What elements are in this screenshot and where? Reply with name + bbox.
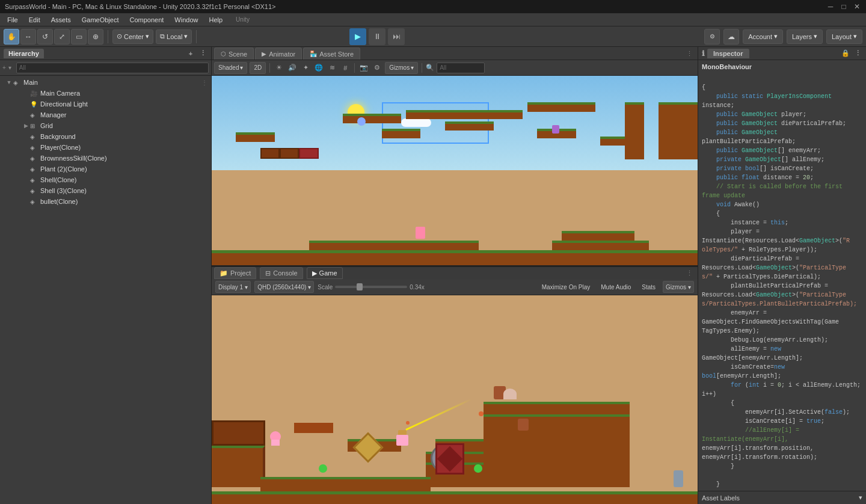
camera-icon-btn[interactable]: 📷 [358, 63, 369, 73]
project-tab-icon: 📁 [220, 269, 228, 277]
monobehaviour-title: MonoBehaviour [702, 63, 862, 72]
tree-item-player[interactable]: ◈ Player(Clone) [0, 142, 211, 153]
code-line-22: Debug.Log(enemyArr.Length); [702, 337, 828, 343]
menu-assets[interactable]: Assets [46, 15, 76, 25]
tree-item-directional-light[interactable]: 💡 Directional Light [0, 99, 211, 109]
scale-slider[interactable] [335, 286, 407, 288]
minimize-btn[interactable]: ─ [826, 2, 835, 11]
tree-item-bullet[interactable]: ◈ bullet(Clone) [0, 196, 211, 207]
code-line-25: isCanCreate=new bool[enemyArr.Length]; [702, 364, 788, 380]
viewport[interactable] [212, 76, 698, 265]
menu-edit[interactable]: Edit [24, 15, 45, 25]
tab-asset-store[interactable]: 🏪 Asset Store [303, 48, 360, 60]
game-bottom-plat [260, 477, 431, 491]
tool-multi[interactable]: ⊕ [88, 29, 103, 45]
inspector-tab[interactable]: Inspector [707, 49, 749, 58]
gizmos-btn[interactable]: Gizmos ▾ [385, 62, 418, 74]
transform-local[interactable]: ⧉ Local ▾ [156, 29, 192, 44]
code-line-20: enemyArr = [702, 310, 767, 316]
tool-rect[interactable]: ▭ [71, 29, 87, 45]
account-button[interactable]: Account ▾ [743, 29, 783, 44]
menu-window[interactable]: Window [170, 15, 203, 25]
hierarchy-add-btn[interactable]: + [186, 49, 195, 58]
pivot-icon: ⊙ [117, 32, 122, 40]
tab-console[interactable]: ⊟ Console [260, 267, 302, 279]
game-viewport[interactable] [212, 295, 698, 504]
close-btn[interactable]: ✕ [853, 2, 861, 11]
code-line-27: { [702, 400, 734, 407]
game-brick-left [212, 420, 265, 446]
tree-item-plant[interactable]: ◈ Plant (2)(Clone) [0, 164, 211, 174]
menu-help[interactable]: Help [204, 15, 227, 25]
tab-game[interactable]: ▶ Game [307, 267, 343, 279]
manager-icon: ◈ [30, 112, 38, 118]
menu-file[interactable]: File [2, 15, 23, 25]
tree-item-shell[interactable]: ◈ Shell(Clone) [0, 174, 211, 185]
fx-toggle[interactable]: ✦ [300, 63, 311, 73]
collab-btn[interactable]: ⚙ [704, 29, 720, 45]
tool-rotate[interactable]: ↺ [37, 29, 53, 45]
tree-item-shell3[interactable]: ◈ Shell (3)(Clone) [0, 185, 211, 196]
display-select[interactable]: Display 1 ▾ [215, 281, 251, 293]
code-line-1: { [702, 84, 705, 91]
platform-4 [382, 129, 421, 138]
camera-label: Main Camera [40, 90, 211, 97]
code-line-10: // Start is called before the first fram… [702, 183, 846, 199]
layers-button[interactable]: Layers ▾ [787, 29, 823, 44]
tree-item-grid[interactable]: ▶ ⊞ Grid [0, 120, 211, 131]
tree-item-main-camera[interactable]: 🎥 Main Camera [0, 88, 211, 99]
editor-tabs-more[interactable]: ⋮ [683, 48, 695, 60]
hierarchy-tab[interactable]: Hierarchy [4, 49, 44, 58]
maximize-on-play-btn[interactable]: Maximize On Play [538, 281, 594, 293]
tree-item-manager[interactable]: ◈ Manager [0, 109, 211, 120]
scene-search-input[interactable]: All [437, 63, 485, 73]
asset-labels-arrow[interactable]: ▾ [859, 494, 862, 502]
menu-gameobject[interactable]: GameObject [77, 15, 124, 25]
tree-item-main[interactable]: ▼ ◈ Main ⋮ [0, 77, 211, 88]
snail-enemy [503, 389, 517, 399]
settings-icon[interactable]: ⚙ [372, 63, 382, 73]
center-area: ⬡ Scene ▶ Animator 🏪 Asset Store ⋮ [212, 47, 698, 504]
audio-toggle[interactable]: 🔊 [287, 63, 298, 73]
main-menu[interactable]: ⋮ [200, 78, 209, 87]
transform-center[interactable]: ⊙ Center ▾ [112, 29, 153, 44]
grid-toggle[interactable]: # [340, 63, 351, 73]
skybox-toggle[interactable]: 🌐 [313, 63, 324, 73]
shaded-btn[interactable]: Shaded ▾ [214, 62, 247, 74]
tool-move[interactable]: ↔ [20, 29, 36, 45]
step-button[interactable]: ⏭ [388, 28, 405, 45]
resolution-select[interactable]: QHD (2560x1440) ▾ [254, 281, 314, 293]
tree-item-brownness[interactable]: ◈ BrownnessSkill(Clone) [0, 153, 211, 164]
inspector-more-btn[interactable]: ⋮ [853, 49, 862, 58]
maximize-btn[interactable]: □ [840, 2, 848, 11]
layout-button[interactable]: Layout ▾ [826, 29, 862, 44]
fog-toggle[interactable]: ≋ [327, 63, 337, 73]
tool-scale[interactable]: ⤢ [54, 29, 70, 45]
hierarchy-search-box[interactable]: All [16, 63, 209, 73]
tab-project[interactable]: 📁 Project [214, 267, 256, 279]
mute-audio-btn[interactable]: Mute Audio [597, 281, 634, 293]
cloud-btn[interactable]: ☁ [723, 29, 739, 45]
pause-button[interactable]: ⏸ [369, 28, 385, 45]
asset-store-tab-icon: 🏪 [310, 51, 317, 57]
tab-scene[interactable]: ⬡ Scene [214, 48, 254, 60]
play-button[interactable]: ▶ [349, 28, 366, 45]
inspector-panel: ℹ Inspector 🔒 ⋮ MonoBehaviour { public s… [698, 47, 866, 504]
game-gizmos-label: Gizmos [666, 284, 686, 290]
display-label: Display 1 [218, 284, 243, 290]
tree-item-background[interactable]: ◈ Background [0, 131, 211, 142]
code-line-8: private bool[] isCanCreate; [702, 165, 814, 172]
stats-btn[interactable]: Stats [638, 281, 659, 293]
code-line-24: GameObject[enemyArr.Length]; [702, 355, 803, 361]
menu-component[interactable]: Component [124, 15, 168, 25]
light-toggle[interactable]: ☀ [274, 63, 284, 73]
inspector-lock-btn[interactable]: 🔒 [841, 49, 850, 58]
tab-animator[interactable]: ▶ Animator [255, 48, 302, 60]
inspector-icon: ℹ [702, 49, 705, 58]
tool-hand[interactable]: ✋ [4, 29, 19, 45]
hierarchy-more-btn[interactable]: ⋮ [198, 49, 207, 58]
bottom-tabs-more[interactable]: ⋮ [683, 267, 695, 279]
shell3-label: Shell (3)(Clone) [40, 187, 211, 194]
2d-btn[interactable]: 2D [250, 62, 266, 74]
game-gizmos-btn[interactable]: Gizmos ▾ [663, 281, 694, 293]
